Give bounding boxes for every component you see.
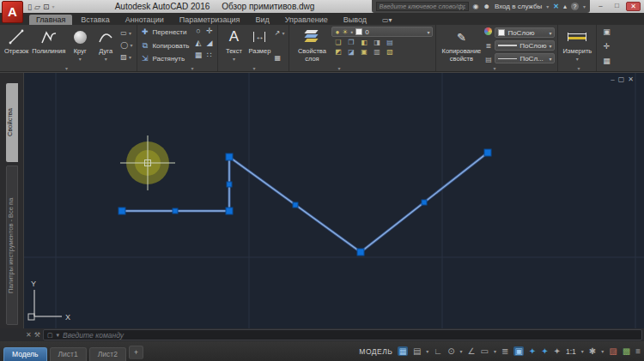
lineweight-toggle-icon[interactable]: ≣ — [501, 346, 508, 356]
text-dropdown-icon[interactable]: ▾ — [233, 57, 235, 62]
layer-tool-icon[interactable]: ▧ — [383, 48, 396, 57]
maximize-button[interactable]: □ — [610, 2, 624, 11]
isodraft-dropdown-icon[interactable]: ▾ — [494, 348, 496, 354]
table-button[interactable]: ▦ — [274, 52, 284, 63]
layer-dropdown-icon[interactable]: ▾ — [427, 29, 429, 35]
viewport-minimize-icon[interactable]: – — [611, 75, 617, 83]
search-icon[interactable]: ◉ — [473, 3, 479, 10]
polar-toggle-icon[interactable]: ⊙ — [447, 346, 454, 356]
linetype-dropdown[interactable]: ПоСл... ▾ — [495, 53, 555, 63]
rectangle-button[interactable]: ▭ ▾ — [120, 27, 132, 39]
layer-tool-icon[interactable]: ❐ — [344, 39, 357, 48]
circle-dropdown-icon[interactable]: ▾ — [79, 57, 82, 62]
command-input-field[interactable]: ▢ ▾ — [43, 329, 642, 340]
mirror-icon[interactable]: ◭ — [192, 39, 204, 51]
grid-toggle-icon[interactable]: ▦ — [398, 346, 407, 356]
viewport-close-icon[interactable]: ✕ — [628, 75, 637, 83]
panel-expand-icon[interactable]: ▾ — [191, 66, 193, 71]
ellipse-button[interactable]: ◯ ▾ — [120, 39, 132, 51]
help-dropdown-icon[interactable]: ▾ — [583, 3, 586, 9]
tab-glavnaya[interactable]: Главная — [29, 15, 72, 25]
osnap-toggle-icon[interactable]: ▣ — [513, 346, 523, 356]
measure-dropdown-icon[interactable]: ▾ — [576, 57, 579, 62]
leader-button[interactable]: ↗ ▾ — [274, 27, 284, 39]
move-button[interactable]: ✚ Перенести — [140, 27, 189, 38]
panel-expand-icon[interactable]: ▾ — [252, 66, 255, 71]
cmd-close-icon[interactable]: ✕ — [26, 331, 32, 339]
cmd-dropdown-icon[interactable]: ▾ — [57, 332, 60, 339]
new-file-icon[interactable]: ▯ — [27, 3, 32, 11]
panel-expand-icon[interactable]: ▾ — [337, 66, 340, 71]
annotation-monitor-icon[interactable]: ▨ — [609, 346, 617, 356]
help-icon[interactable]: ? — [571, 3, 579, 10]
cmd-customize-icon[interactable]: ⚒ — [34, 331, 40, 339]
properties-palette-tab[interactable]: Свойства — [6, 83, 18, 162]
layer-tool-icon[interactable]: ▥ — [370, 48, 383, 57]
line-button[interactable]: Отрезок — [3, 27, 30, 55]
bulb-icon[interactable]: ● — [335, 28, 339, 36]
rotate-icon[interactable]: ○ — [192, 27, 204, 39]
object-color-dropdown[interactable]: ПоСлою ▾ — [495, 27, 555, 38]
qat-dropdown-icon[interactable]: ▾ — [52, 3, 54, 9]
workspace-icon[interactable]: ⊡ — [43, 3, 50, 11]
layout1-tab[interactable]: Лист1 — [50, 347, 87, 361]
viewport-restore-icon[interactable]: ▢ — [618, 75, 629, 83]
layer-tool-icon[interactable]: ◪ — [344, 48, 357, 57]
layer-tool-icon[interactable]: ❏ — [331, 39, 344, 48]
lineweight-dropdown[interactable]: ПоСлою ▾ — [495, 40, 555, 51]
dimension-button[interactable]: ↔ Размер — [246, 27, 272, 55]
ribbon-collapse-icon[interactable]: ▭▾ — [382, 16, 392, 25]
arc-dropdown-icon[interactable]: ▾ — [105, 57, 107, 62]
annotation-visibility-icon[interactable]: ✦ — [529, 346, 536, 356]
open-file-icon[interactable]: ▱ — [34, 3, 40, 11]
close-button[interactable]: ✕ — [626, 2, 641, 11]
layer-tool-icon[interactable]: ▣ — [357, 48, 370, 57]
workspace-gear-icon[interactable]: ✱ — [589, 346, 596, 356]
model-space-label[interactable]: МОДЕЛЬ — [359, 347, 392, 356]
layer-tool-icon[interactable]: ◨ — [370, 39, 383, 48]
ortho-toggle-icon[interactable]: ∟ — [434, 346, 442, 356]
annotation-scale-icon[interactable]: ✦ — [554, 346, 561, 356]
minimize-button[interactable]: – — [593, 2, 608, 11]
polyline-button[interactable]: Полилиния — [30, 27, 67, 55]
layer-properties-button[interactable]: Свойства слоя — [292, 27, 331, 63]
autocad-logo-icon[interactable]: A — [2, 1, 23, 23]
isodraft-icon[interactable]: ▭ — [481, 346, 489, 356]
tab-annotacii[interactable]: Аннотации — [118, 15, 171, 25]
match-properties-button[interactable]: ✎ Копирование свойств — [439, 27, 483, 63]
customization-menu-icon[interactable]: ≡ — [635, 346, 641, 356]
a360-icon[interactable]: ✕ — [553, 3, 559, 10]
snap-dropdown-icon[interactable]: ▾ — [426, 348, 428, 354]
annotation-autoscale-icon[interactable]: ✦ — [541, 346, 548, 356]
paste-icon[interactable]: ▣ — [603, 27, 611, 36]
workspace-dropdown-icon[interactable]: ▾ — [601, 348, 604, 354]
trim-icon[interactable]: ✛ — [204, 27, 215, 39]
tab-parametrizaciya[interactable]: Параметризация — [173, 15, 247, 25]
tab-vid[interactable]: Вид — [248, 15, 276, 25]
arc-button[interactable]: Дуга ▾ — [93, 27, 118, 63]
layer-tool-icon[interactable]: ◩ — [331, 48, 344, 57]
hatch-button[interactable]: ▨ ▾ — [120, 51, 132, 63]
panel-expand-icon[interactable]: ▾ — [577, 66, 580, 71]
angle-icon[interactable]: ∠ — [468, 346, 476, 356]
array-icon[interactable]: ▦ — [192, 51, 204, 63]
layer-tool-icon[interactable]: ▤ — [383, 39, 396, 48]
drawing-canvas[interactable]: YX –▢✕ — [24, 73, 644, 328]
model-tab[interactable]: Модель — [3, 347, 47, 361]
search-input[interactable] — [376, 2, 469, 11]
lock-icon[interactable]: ▪ — [350, 28, 353, 36]
layout2-tab[interactable]: Лист2 — [89, 347, 126, 361]
fillet-icon[interactable]: ◢ — [204, 39, 215, 51]
tab-vstavka[interactable]: Вставка — [74, 15, 116, 25]
isolate-objects-icon[interactable]: ▩ — [623, 346, 630, 356]
sun-icon[interactable]: ☀ — [342, 28, 348, 36]
panel-expand-icon[interactable]: ▾ — [65, 66, 68, 71]
explode-icon[interactable]: ∷ — [204, 51, 215, 63]
command-input[interactable] — [63, 331, 638, 340]
stretch-button[interactable]: ⇲ Растянуть — [140, 53, 189, 64]
new-layout-button[interactable]: + — [129, 346, 143, 359]
annotation-scale-value[interactable]: 1:1 — [566, 347, 576, 356]
tab-vyvod[interactable]: Вывод — [337, 15, 374, 25]
circle-button[interactable]: Круг ▾ — [67, 27, 93, 63]
tab-upravlenie[interactable]: Управление — [278, 15, 335, 25]
